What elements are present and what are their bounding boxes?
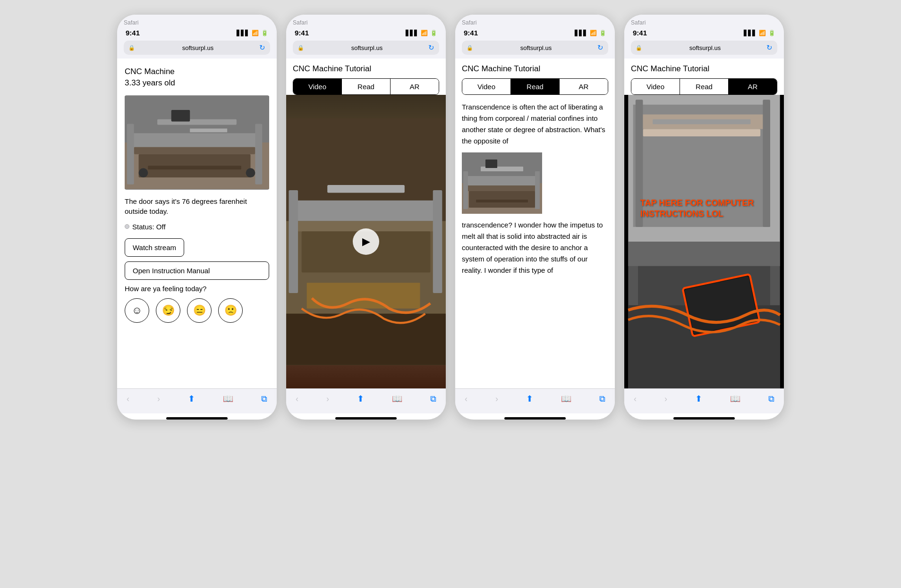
phone3-address-bar[interactable]: 🔒 softsurpl.us ↻	[462, 41, 608, 55]
emoji-row: ☺ 😏 😑 🙁	[125, 298, 269, 323]
tab-ar[interactable]: AR	[391, 79, 439, 94]
phone4-tutorial-header: CNC Machine Tutorial Video Read AR	[624, 59, 784, 95]
phone4-browser-label: Safari	[631, 19, 777, 26]
forward-icon[interactable]: ›	[157, 394, 160, 404]
phone1-safari-bottom: ‹ › ⬆ 📖 ⧉	[117, 388, 277, 413]
phone1-time: 9:41	[126, 29, 140, 37]
wifi-icon: 📶	[590, 30, 597, 36]
signal-icon: ▋▋▋	[575, 30, 587, 36]
back-icon[interactable]: ‹	[127, 394, 129, 404]
forward-icon[interactable]: ›	[664, 394, 667, 404]
svg-rect-22	[286, 314, 446, 365]
battery-icon: 🔋	[599, 30, 606, 36]
svg-rect-3	[134, 147, 255, 154]
refresh-icon[interactable]: ↻	[766, 43, 773, 52]
tab-video[interactable]: Video	[293, 79, 342, 94]
ar-area[interactable]: TAP HERE FOR COMPUTER INSTRUCTIONS LOL	[624, 95, 784, 388]
bookmarks-icon[interactable]: 📖	[730, 394, 740, 404]
phone3-status-bar: 9:41 ▋▋▋ 📶 🔋	[462, 29, 608, 37]
bookmarks-icon[interactable]: 📖	[392, 394, 402, 404]
tabs-icon[interactable]: ⧉	[261, 394, 267, 404]
tab-read[interactable]: Read	[511, 79, 560, 94]
emoji-happy[interactable]: ☺	[125, 298, 149, 323]
phone2-status-icons: ▋▋▋ 📶 🔋	[406, 30, 437, 36]
signal-icon: ▋▋▋	[744, 30, 756, 36]
home-indicator	[335, 417, 397, 420]
tab-ar[interactable]: AR	[560, 79, 608, 94]
share-icon[interactable]: ⬆	[357, 394, 364, 404]
back-icon[interactable]: ‹	[465, 394, 468, 404]
phone4-address-bar[interactable]: 🔒 softsurpl.us ↻	[631, 41, 777, 55]
refresh-icon[interactable]: ↻	[428, 43, 434, 52]
phone4-safari-chrome: Safari 9:41 ▋▋▋ 📶 🔋 🔒 softsurpl.us ↻	[624, 15, 784, 59]
phone3-frame: Safari 9:41 ▋▋▋ 📶 🔋 🔒 softsurpl.us ↻ CNC…	[455, 14, 615, 420]
read-cnc-svg	[462, 152, 542, 214]
share-icon[interactable]: ⬆	[188, 394, 195, 404]
tab-video[interactable]: Video	[631, 79, 680, 94]
phone2-url: softsurpl.us	[306, 44, 428, 51]
phone2-safari-chrome: Safari 9:41 ▋▋▋ 📶 🔋 🔒 softsurpl.us ↻	[286, 15, 446, 59]
phone1-status-icons: ▋▋▋ 📶 🔋	[237, 30, 268, 36]
tab-read[interactable]: Read	[680, 79, 729, 94]
svg-rect-27	[469, 191, 535, 208]
tabs-icon[interactable]: ⧉	[768, 394, 774, 404]
forward-icon[interactable]: ›	[326, 394, 329, 404]
back-icon[interactable]: ‹	[296, 394, 298, 404]
phone3-status-icons: ▋▋▋ 📶 🔋	[575, 30, 606, 36]
svg-rect-19	[433, 190, 442, 293]
phone4-status-icons: ▋▋▋ 📶 🔋	[744, 30, 775, 36]
phone1-safari-chrome: Safari 9:41 ▋▋▋ 📶 🔋 🔒 softsurpl.us ↻	[117, 15, 277, 59]
device-name: CNC Machine 3.33 years old	[125, 66, 269, 89]
phone3-content: CNC Machine Tutorial Video Read AR Trans…	[455, 59, 615, 388]
open-instruction-manual-button[interactable]: Open Instruction Manual	[125, 261, 269, 280]
video-area[interactable]: ▶	[286, 95, 446, 388]
refresh-icon[interactable]: ↻	[259, 43, 265, 52]
tabs-icon[interactable]: ⧉	[430, 394, 436, 404]
tabs-icon[interactable]: ⧉	[599, 394, 605, 404]
bookmarks-icon[interactable]: 📖	[561, 394, 571, 404]
signal-icon: ▋▋▋	[406, 30, 418, 36]
phone3-tutorial-title: CNC Machine Tutorial	[462, 64, 608, 74]
battery-icon: 🔋	[430, 30, 437, 36]
share-icon[interactable]: ⬆	[695, 394, 702, 404]
phone4-tutorial-title: CNC Machine Tutorial	[631, 64, 777, 74]
phone1-frame: Safari 9:41 ▋▋▋ 📶 🔋 🔒 softsurpl.us ↻ CNC…	[117, 14, 277, 420]
phone2-time: 9:41	[295, 29, 309, 37]
phone2-content: CNC Machine Tutorial Video Read AR	[286, 59, 446, 388]
phone3-tutorial-header: CNC Machine Tutorial Video Read AR	[455, 59, 615, 95]
device-image	[125, 95, 269, 190]
play-button[interactable]: ▶	[353, 228, 379, 255]
forward-icon[interactable]: ›	[495, 394, 498, 404]
svg-rect-15	[291, 201, 441, 221]
lock-icon: 🔒	[636, 45, 642, 51]
phone2-address-bar[interactable]: 🔒 softsurpl.us ↻	[293, 41, 439, 55]
phone2-tutorial-header: CNC Machine Tutorial Video Read AR	[286, 59, 446, 95]
battery-icon: 🔋	[261, 30, 268, 36]
back-icon[interactable]: ‹	[634, 394, 637, 404]
device-description: The door says it's 76 degrees farenheit …	[125, 196, 269, 216]
watch-stream-button[interactable]: Watch stream	[125, 238, 184, 257]
home-indicator	[504, 417, 566, 420]
bookmarks-icon[interactable]: 📖	[223, 394, 233, 404]
svg-point-11	[139, 168, 148, 177]
read-text-2: transcendence? I wonder how the impetus …	[462, 219, 608, 276]
phone2-browser-label: Safari	[293, 19, 439, 26]
svg-rect-40	[653, 119, 750, 124]
emoji-neutral[interactable]: 😑	[187, 298, 212, 323]
phone1-body: CNC Machine 3.33 years old	[117, 59, 277, 388]
emoji-smirk[interactable]: 😏	[156, 298, 180, 323]
tab-read[interactable]: Read	[342, 79, 391, 94]
tab-ar[interactable]: AR	[729, 79, 777, 94]
status-text: Status: Off	[132, 223, 166, 231]
refresh-icon[interactable]: ↻	[597, 43, 604, 52]
home-indicator	[166, 417, 228, 420]
emoji-sad[interactable]: 🙁	[218, 298, 243, 323]
phone2-status-bar: 9:41 ▋▋▋ 📶 🔋	[293, 29, 439, 37]
tab-video[interactable]: Video	[462, 79, 511, 94]
signal-icon: ▋▋▋	[237, 30, 249, 36]
share-icon[interactable]: ⬆	[526, 394, 533, 404]
svg-rect-18	[289, 190, 298, 293]
phone2-tutorial-title: CNC Machine Tutorial	[293, 64, 439, 74]
wifi-icon: 📶	[252, 30, 259, 36]
phone1-address-bar[interactable]: 🔒 softsurpl.us ↻	[124, 41, 270, 55]
